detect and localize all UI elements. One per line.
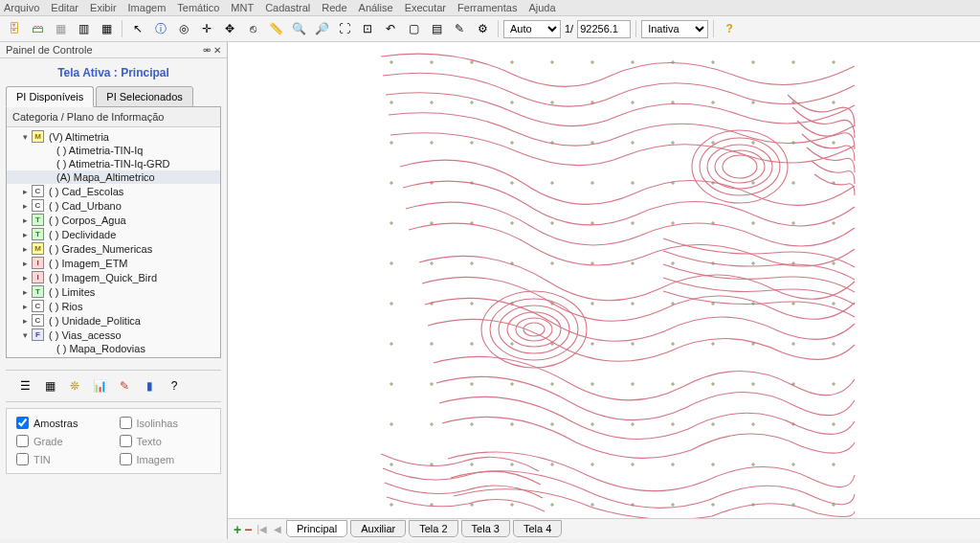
expand-icon[interactable]: ▸ <box>20 215 30 225</box>
measure-icon[interactable]: 📏 <box>265 18 286 39</box>
checkbox[interactable] <box>16 435 29 447</box>
tree-item[interactable]: ▾M(V) Altimetria <box>7 129 220 144</box>
state-select[interactable]: Inativa <box>641 20 708 38</box>
tree-item[interactable]: ▸C( ) Unidade_Politica <box>7 313 220 328</box>
zoom-out-icon[interactable]: 🔎 <box>311 18 332 39</box>
expand-icon[interactable]: ▸ <box>20 259 30 268</box>
menu-ferramentas[interactable]: Ferramentas <box>457 2 517 13</box>
checkbox[interactable] <box>16 453 29 465</box>
checkbox[interactable] <box>120 417 132 429</box>
tree-item-label: ( ) Grades_Numericas <box>49 243 216 255</box>
tree-item[interactable]: ▸M( ) Grades_Numericas <box>7 241 220 256</box>
zoom-area-icon[interactable]: ⛶ <box>334 18 355 39</box>
map-canvas[interactable] <box>228 42 980 518</box>
scale-value-input[interactable] <box>577 20 631 38</box>
expand-icon[interactable]: ▾ <box>20 330 30 340</box>
scale-mode-select[interactable]: Auto <box>503 20 561 38</box>
tree-item[interactable]: ▸I( ) Imagem_ETM <box>7 256 220 270</box>
zoom-prev-icon[interactable]: ↶ <box>380 18 401 39</box>
tree-item[interactable]: ▸T( ) Corpos_Agua <box>7 213 220 227</box>
tool-a-icon[interactable]: ⚙ <box>472 18 493 39</box>
expand-icon[interactable]: ▸ <box>20 273 30 283</box>
list-icon[interactable]: ☰ <box>15 376 34 396</box>
link-icon[interactable]: ⎋ <box>242 18 263 39</box>
db-icon[interactable]: 🗄 <box>4 18 25 39</box>
legend-icon[interactable]: ❊ <box>65 376 84 396</box>
tree-item[interactable]: ( ) Atimetria-TIN-Iq <box>7 144 220 157</box>
view-tab-tela2[interactable]: Tela 2 <box>409 520 457 537</box>
view-nav-first-icon[interactable]: |◀ <box>255 524 269 534</box>
menu-editar[interactable]: Editar <box>51 2 78 13</box>
check-texto[interactable]: Texto <box>120 435 212 447</box>
crosshair-icon[interactable]: ✛ <box>196 18 217 39</box>
menu-exibir[interactable]: Exibir <box>90 2 117 13</box>
view-tab-auxiliar[interactable]: Auxiliar <box>350 520 406 537</box>
tree-item[interactable]: ( ) Atimetria-TIN-Iq-GRD <box>7 157 220 170</box>
close-icon[interactable]: ✕ <box>213 45 221 56</box>
tab-pi-disponiveis[interactable]: PI Disponíveis <box>6 86 94 107</box>
tree-item[interactable]: ▾F( ) Vias_acesso <box>7 328 220 342</box>
tree-item[interactable]: ▸I( ) Imagem_Quick_Bird <box>7 270 220 284</box>
graph-icon[interactable]: ✎ <box>449 18 470 39</box>
check-imagem[interactable]: Imagem <box>120 453 212 465</box>
chart-icon[interactable]: 📊 <box>90 376 109 396</box>
target-icon[interactable]: ◎ <box>173 18 194 39</box>
menu-rede[interactable]: Rede <box>322 2 346 13</box>
expand-icon[interactable]: ▸ <box>20 316 30 326</box>
info-icon[interactable]: ⓘ <box>150 18 171 39</box>
pin-icon[interactable]: ⚮ <box>203 45 211 56</box>
menu-ajuda[interactable]: Ajuda <box>528 2 555 13</box>
remove-view-icon[interactable]: − <box>244 522 252 537</box>
draw-icon[interactable]: ✎ <box>115 376 134 396</box>
ruler-icon[interactable]: ▤ <box>426 18 447 39</box>
menu-analise[interactable]: Análise <box>359 2 393 13</box>
tree-item[interactable]: ( ) Mapa_Rodovias <box>7 342 220 355</box>
tree-item[interactable]: ▸C( ) Cad_Escolas <box>7 184 220 198</box>
tree-item[interactable]: ▸C( ) Cad_Urbano <box>7 198 220 213</box>
expand-icon[interactable]: ▸ <box>20 230 30 239</box>
checkbox[interactable] <box>120 435 132 447</box>
check-amostras[interactable]: Amostras <box>16 417 108 429</box>
help-icon[interactable]: ? <box>719 18 740 39</box>
menu-mnt[interactable]: MNT <box>231 2 254 13</box>
expand-icon[interactable]: ▾ <box>20 132 30 142</box>
view-tab-tela3[interactable]: Tela 3 <box>461 520 510 537</box>
tree-item[interactable]: ▸T( ) Limites <box>7 284 220 299</box>
checkbox[interactable] <box>120 453 132 465</box>
view-nav-prev-icon[interactable]: ◀ <box>272 524 283 534</box>
menu-imagem[interactable]: Imagem <box>128 2 167 13</box>
view-tab-principal[interactable]: Principal <box>286 520 347 537</box>
tree-item[interactable]: ▸T( ) Declividade <box>7 227 220 241</box>
grid-icon[interactable]: ▦ <box>96 18 117 39</box>
menu-cadastral[interactable]: Cadastral <box>265 2 310 13</box>
zoom-in-icon[interactable]: 🔍 <box>288 18 309 39</box>
zoom-extent-icon[interactable]: ⊡ <box>357 18 378 39</box>
arrows-icon[interactable]: ✥ <box>219 18 240 39</box>
table-icon[interactable]: ▦ <box>40 376 59 396</box>
view-tab-tela4[interactable]: Tela 4 <box>513 520 562 537</box>
window-icon[interactable]: ▢ <box>403 18 424 39</box>
menu-tematico[interactable]: Temático <box>177 2 219 13</box>
expand-icon[interactable]: ▸ <box>20 187 30 196</box>
check-tin[interactable]: TIN <box>16 453 108 465</box>
cursor-icon[interactable]: ↖ <box>127 18 148 39</box>
scale-ratio-label: 1/ <box>563 23 575 34</box>
db-green-icon[interactable]: 🗃 <box>27 18 48 39</box>
check-grade[interactable]: Grade <box>16 435 108 447</box>
expand-icon[interactable]: ▸ <box>20 201 30 211</box>
check-isolinhas[interactable]: Isolinhas <box>120 417 212 429</box>
tree-item[interactable]: ▸C( ) Rios <box>7 299 220 313</box>
layers-icon[interactable]: ▦ <box>50 18 71 39</box>
expand-icon[interactable]: ▸ <box>20 287 30 297</box>
expand-icon[interactable]: ▸ <box>20 244 30 254</box>
menu-arquivo[interactable]: Arquivo <box>4 2 39 13</box>
panel-icon[interactable]: ▥ <box>73 18 94 39</box>
book-icon[interactable]: ▮ <box>140 376 159 396</box>
menu-executar[interactable]: Executar <box>405 2 446 13</box>
expand-icon[interactable]: ▸ <box>20 302 30 311</box>
tree-item[interactable]: (A) Mapa_Altimetrico <box>7 170 220 184</box>
tab-pi-selecionados[interactable]: PI Selecionados <box>96 86 193 107</box>
add-view-icon[interactable]: + <box>234 522 241 537</box>
help2-icon[interactable]: ? <box>165 376 184 396</box>
checkbox[interactable] <box>16 417 29 429</box>
